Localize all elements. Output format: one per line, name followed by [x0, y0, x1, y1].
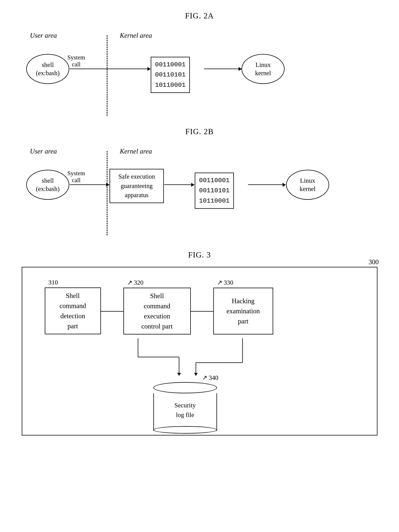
- fig2b-title: FIG. 2B: [15, 127, 384, 136]
- fig2a-arrow1: [70, 69, 150, 69]
- fig3-top-row: 310 Shell command detection part ↗ 320 S…: [33, 279, 366, 335]
- fig3-outer-box: 300 310 Shell command detection part ↗ 3…: [22, 267, 377, 436]
- fig2b-arrow2: [164, 184, 194, 185]
- fig3-connector-310-320: [101, 311, 123, 312]
- cylinder-top: [153, 382, 217, 393]
- fig2b-syscall-label: System call: [67, 170, 85, 184]
- fig3-box-310: Shell command detection part: [45, 287, 101, 334]
- fig2b-arrow3: [248, 184, 286, 185]
- fig3-number-310: 310: [45, 279, 58, 286]
- fig2b-binary-box: 00110001 00110101 10110001: [195, 173, 234, 209]
- fig3-number-300: 300: [369, 258, 379, 266]
- fig3-number-340: ↗ 340: [153, 374, 218, 381]
- fig3-number-330-label: ↗ 330: [213, 279, 233, 286]
- fig3-module310-wrapper: 310 Shell command detection part: [45, 279, 101, 334]
- fig3-arrows-area: ↗ 340 Security log file: [33, 338, 366, 398]
- fig3-connector-320-330: [191, 311, 213, 312]
- fig2b-safe-exec-box: Safe execution guaranteeing apparatus: [110, 169, 164, 203]
- cylinder-body: Security log file: [153, 393, 217, 431]
- fig2a-title: FIG. 2A: [15, 11, 384, 20]
- fig2b-arrow1: [70, 184, 109, 185]
- fig3-box-320: Shell command execution control part: [123, 288, 191, 335]
- fig3-module330-wrapper: ↗ 330 Hacking examination part: [213, 279, 273, 335]
- fig2a-kernel-area-label: Kernel area: [120, 32, 152, 39]
- fig2b-diagram: User area Kernel area shell (ex:bash) Sy…: [15, 142, 384, 239]
- fig2b-kernel-area-label: Kernel area: [120, 147, 152, 155]
- fig2a-divider: [107, 35, 107, 116]
- fig2a-syscall-label: System call: [67, 54, 85, 68]
- fig2b-shell-ellipse: shell (ex:bash): [26, 170, 69, 200]
- fig2b-divider: [107, 151, 107, 235]
- fig3-box-330: Hacking examination part: [213, 288, 273, 335]
- fig2b-linux-ellipse: Linux kernel: [286, 170, 329, 200]
- page: FIG. 2A User area Kernel area shell (ex:…: [15, 11, 384, 436]
- fig2a-binary-box: 00110001 00110101 10110001: [151, 57, 190, 93]
- fig3-module320-wrapper: ↗ 320 Shell command execution control pa…: [123, 279, 191, 335]
- fig2b-user-area-label: User area: [30, 147, 57, 155]
- fig2a-diagram: User area Kernel area shell (ex:bash) Sy…: [15, 26, 384, 120]
- fig2a-user-area-label: User area: [30, 32, 57, 39]
- fig3-number-320-label: ↗ 320: [123, 279, 143, 286]
- cylinder-label: Security log file: [175, 400, 196, 423]
- fig3-security-log-cylinder: Security log file: [153, 382, 217, 431]
- fig3-title: FIG. 3: [15, 250, 384, 259]
- fig2a-shell-ellipse: shell (ex:bash): [26, 54, 69, 84]
- cylinder-bottom: [153, 426, 217, 434]
- fig3-cylinder-wrapper: ↗ 340 Security log file: [153, 374, 218, 431]
- fig2a-arrow2: [204, 69, 242, 69]
- fig2a-linux-ellipse: Linux kernel: [242, 54, 285, 84]
